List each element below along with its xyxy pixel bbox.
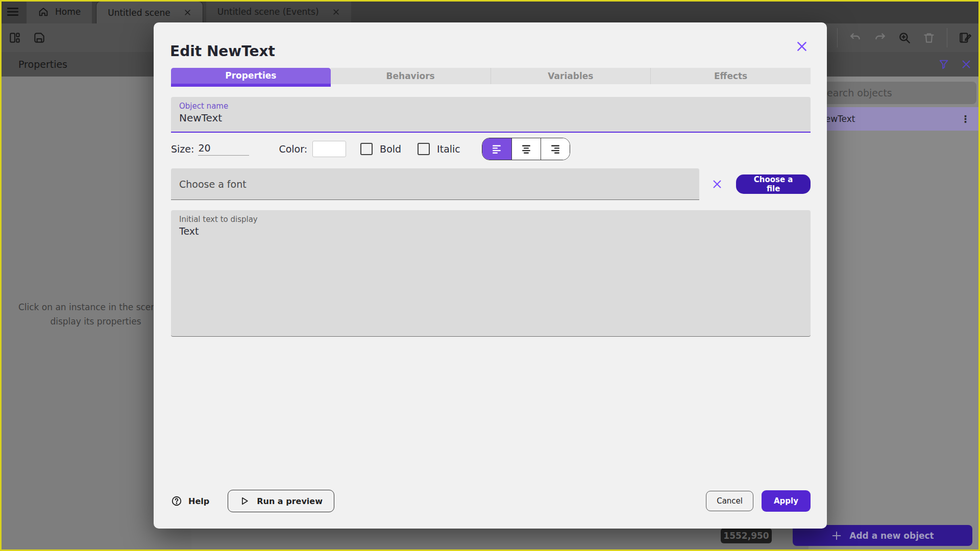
object-list-item[interactable]: NewText ⋮: [808, 107, 978, 131]
undo-icon[interactable]: [849, 31, 862, 44]
color-swatch[interactable]: [312, 141, 346, 157]
apply-button[interactable]: Apply: [762, 490, 811, 512]
initial-text-field[interactable]: Initial text to display Text: [171, 210, 811, 337]
help-label: Help: [188, 496, 209, 506]
dialog-tab-bar: Properties Behaviors Variables Effects: [171, 68, 811, 87]
text-style-row: Size: Color: Bold Italic: [171, 137, 811, 161]
help-circle-icon: [171, 495, 182, 507]
close-icon[interactable]: [961, 59, 972, 70]
align-right-icon[interactable]: [541, 138, 570, 160]
dialog-close-icon[interactable]: [795, 40, 808, 53]
align-center-icon[interactable]: [511, 138, 541, 160]
close-icon[interactable]: [332, 8, 340, 16]
filter-icon[interactable]: [938, 59, 949, 70]
tab-home[interactable]: Home: [27, 0, 92, 23]
bold-label: Bold: [380, 143, 401, 155]
close-icon[interactable]: [184, 9, 191, 16]
dialog-footer: Help Run a preview Cancel Apply: [171, 489, 811, 513]
font-row: Choose a file: [171, 168, 811, 200]
search-objects-input[interactable]: [813, 82, 976, 104]
trash-icon[interactable]: [922, 31, 936, 44]
play-icon: [239, 496, 250, 506]
tab-untitled-scene-events[interactable]: Untitled scene (Events): [206, 0, 351, 23]
tab-behaviors[interactable]: Behaviors: [331, 68, 491, 84]
zoom-in-icon[interactable]: [898, 31, 911, 44]
edit-object-dialog: Edit NewText Properties Behaviors Variab…: [154, 22, 827, 529]
clear-font-icon[interactable]: [712, 179, 723, 190]
size-input[interactable]: [198, 142, 249, 156]
object-name-field[interactable]: Object name: [171, 97, 811, 133]
tab-untitled-scene[interactable]: Untitled scene: [96, 1, 203, 23]
tab-events-label: Untitled scene (Events): [217, 7, 319, 17]
tab-home-label: Home: [55, 7, 81, 17]
plus-icon: [831, 530, 842, 541]
toolbar-separator: [947, 28, 947, 47]
cursor-coordinates-badge: 1552,950: [721, 528, 772, 543]
run-preview-button[interactable]: Run a preview: [228, 490, 334, 512]
properties-panel-title: Properties: [18, 59, 67, 70]
redo-icon[interactable]: [873, 31, 887, 44]
add-object-label: Add a new object: [849, 531, 934, 541]
objects-panel: NewText ⋮: [808, 52, 980, 551]
text-alignment-group: [482, 138, 570, 160]
objects-panel-header: [808, 52, 980, 77]
more-vert-icon[interactable]: ⋮: [961, 113, 970, 124]
tab-properties[interactable]: Properties: [171, 68, 331, 87]
layout-panels-icon[interactable]: [8, 31, 21, 44]
tab-scene-label: Untitled scene: [108, 8, 170, 18]
cancel-button[interactable]: Cancel: [706, 491, 753, 511]
object-name-field-label: Object name: [179, 102, 802, 111]
save-icon[interactable]: [33, 31, 46, 44]
top-tab-bar: Home Untitled scene Untitled scene (Even…: [0, 0, 980, 23]
hamburger-menu-icon[interactable]: [0, 0, 26, 23]
initial-text-label: Initial text to display: [179, 215, 802, 224]
initial-text-input[interactable]: Text: [179, 226, 802, 322]
tab-effects[interactable]: Effects: [651, 68, 811, 84]
toolbar-separator: [837, 28, 838, 47]
align-left-icon[interactable]: [482, 138, 511, 160]
color-label: Color:: [279, 143, 307, 155]
tab-variables[interactable]: Variables: [491, 68, 651, 84]
italic-checkbox[interactable]: [418, 143, 430, 155]
help-button[interactable]: Help: [171, 495, 209, 507]
app-window: Home Untitled scene Untitled scene (Even…: [0, 0, 980, 551]
choose-file-button[interactable]: Choose a file: [736, 174, 811, 194]
font-select-field[interactable]: [171, 168, 699, 200]
italic-label: Italic: [437, 143, 460, 155]
run-preview-label: Run a preview: [257, 496, 323, 506]
size-label: Size:: [171, 143, 194, 155]
home-icon: [38, 6, 49, 17]
edit-scene-icon[interactable]: [959, 31, 972, 44]
bold-checkbox[interactable]: [360, 143, 373, 155]
object-name-input[interactable]: [179, 112, 802, 124]
dialog-title: Edit NewText: [170, 43, 275, 60]
